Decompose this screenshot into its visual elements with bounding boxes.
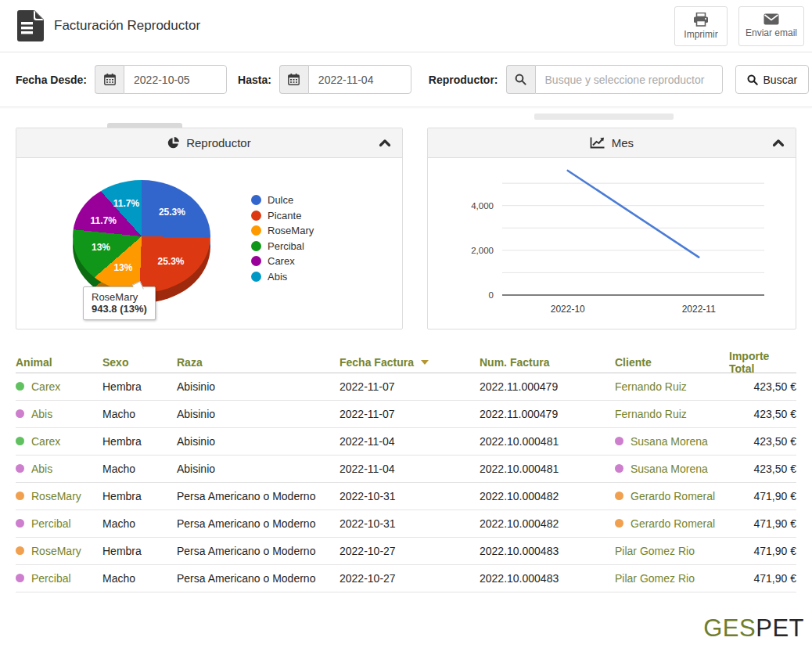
cell-raza: Persa Americano o Moderno	[177, 517, 340, 530]
buscar-button[interactable]: Buscar	[735, 65, 810, 94]
legend-label: Picante	[268, 210, 301, 221]
legend-dot	[251, 211, 261, 221]
cell-sexo: Macho	[102, 572, 177, 585]
line-chart-icon	[590, 137, 605, 149]
legend-dot	[251, 241, 261, 251]
legend-item[interactable]: Dulce	[251, 194, 314, 206]
cell-sexo: Hembra	[102, 545, 177, 557]
cliente-link[interactable]: Pilar Gomez Rio	[615, 545, 695, 557]
animal-link[interactable]: Carex	[16, 435, 60, 448]
table-body: CarexHembraAbisinio2022-11-072022.11.000…	[16, 373, 796, 592]
color-dot	[16, 574, 24, 582]
fecha-desde-label: Fecha Desde:	[16, 74, 87, 86]
table-header-row: AnimalSexoRazaFecha FacturaNum. FacturaC…	[16, 350, 796, 373]
page-title: Facturación Reproductor	[54, 18, 200, 34]
fecha-desde-calendar-button[interactable]	[95, 65, 124, 94]
column-header-animal[interactable]: Animal	[16, 356, 102, 369]
cell-sexo: Macho	[102, 408, 177, 420]
reproductor-label: Reproductor:	[429, 74, 498, 86]
collapse-caret-up-icon[interactable]	[772, 139, 785, 147]
send-email-button-label: Enviar email	[746, 27, 797, 38]
cell-importe-total: 471,90 €	[729, 490, 796, 502]
cliente-link[interactable]: Gerardo Romeral	[615, 490, 715, 502]
mes-panel-title: Mes	[612, 136, 634, 149]
column-header-num-factura[interactable]: Num. Factura	[480, 356, 615, 369]
legend-item[interactable]: Carex	[251, 255, 314, 267]
cliente-link[interactable]: Gerardo Romeral	[615, 517, 715, 530]
invoices-table: AnimalSexoRazaFecha FacturaNum. FacturaC…	[16, 350, 796, 592]
legend-label: Percibal	[268, 240, 304, 252]
column-header-cliente[interactable]: Cliente	[615, 356, 729, 369]
svg-text:2022-11: 2022-11	[682, 304, 716, 315]
cell-importe-total: 423,50 €	[729, 435, 796, 448]
legend-label: RoseMary	[268, 225, 314, 236]
pie-chart-body: 25.3%25.3%13%13%11.7%11.7% DulcePicanteR…	[16, 158, 402, 329]
animal-link[interactable]: RoseMary	[16, 490, 81, 502]
pie-tooltip: RoseMary 943.8 (13%)	[83, 286, 156, 320]
cell-sexo: Macho	[102, 517, 177, 530]
cliente-link[interactable]: Fernando Ruiz	[615, 380, 687, 393]
animal-link[interactable]: RoseMary	[16, 545, 81, 557]
cell-fecha-factura: 2022-11-07	[340, 408, 480, 420]
charts-row: Reproductor 25.3%25.3%13%13%11.7%11.7% D…	[16, 128, 796, 330]
table-row: RoseMaryHembraPersa Americano o Moderno2…	[16, 483, 796, 510]
cliente-link[interactable]: Pilar Gomez Rio	[615, 572, 695, 585]
hasta-label: Hasta:	[238, 74, 271, 86]
legend-dot	[251, 272, 261, 282]
animal-link[interactable]: Abis	[16, 408, 52, 420]
mes-panel-header[interactable]: Mes	[428, 128, 796, 158]
column-header-importe-total[interactable]: Importe Total	[729, 350, 796, 375]
send-email-button[interactable]: Enviar email	[738, 6, 804, 46]
cell-num-factura: 2022.10.000482	[480, 517, 615, 530]
reproductor-panel-title: Reproductor	[186, 136, 251, 149]
column-header-raza[interactable]: Raza	[177, 356, 340, 369]
column-header-sexo[interactable]: Sexo	[102, 356, 177, 369]
cell-num-factura: 2022.10.000481	[480, 463, 615, 475]
reproductor-search-input[interactable]	[535, 65, 723, 94]
animal-link[interactable]: Abis	[16, 463, 52, 475]
reproductor-search-addon	[506, 65, 535, 94]
cliente-link[interactable]: Susana Morena	[615, 435, 708, 448]
legend-dot	[251, 195, 261, 205]
cell-fecha-factura: 2022-10-31	[340, 490, 480, 502]
logo-ges: GES	[703, 614, 756, 643]
legend-item[interactable]: Picante	[251, 210, 314, 221]
color-dot	[615, 492, 623, 500]
print-button[interactable]: Imprimir	[674, 6, 728, 46]
cell-sexo: Hembra	[102, 490, 177, 502]
reproductor-panel: Reproductor 25.3%25.3%13%13%11.7%11.7% D…	[16, 128, 403, 330]
animal-link[interactable]: Carex	[16, 380, 60, 393]
animal-link[interactable]: Percibal	[16, 572, 71, 585]
line-chart[interactable]: 02,0004,0002022-102022-11	[428, 158, 788, 324]
print-button-label: Imprimir	[684, 29, 717, 40]
invoice-document-icon	[14, 10, 44, 41]
animal-link[interactable]: Percibal	[16, 517, 71, 530]
legend-item[interactable]: RoseMary	[251, 225, 314, 236]
cell-importe-total: 423,50 €	[729, 408, 796, 420]
cell-num-factura: 2022.10.000483	[480, 545, 615, 557]
hasta-calendar-button[interactable]	[279, 65, 308, 94]
cliente-link[interactable]: Fernando Ruiz	[615, 408, 687, 420]
pie-chart-surface	[73, 180, 210, 293]
cell-sexo: Hembra	[102, 380, 177, 393]
fecha-desde-input[interactable]	[124, 65, 227, 94]
legend-item[interactable]: Abis	[251, 271, 314, 283]
cell-fecha-factura: 2022-11-07	[340, 380, 480, 393]
cell-raza: Abisinio	[177, 463, 340, 475]
cell-importe-total: 471,90 €	[729, 545, 796, 557]
line-chart-body: 02,0004,0002022-102022-11	[428, 158, 796, 329]
calendar-icon	[288, 74, 300, 85]
legend-item[interactable]: Percibal	[251, 240, 314, 252]
cliente-link[interactable]: Susana Morena	[615, 463, 708, 475]
cell-num-factura: 2022.11.000479	[480, 408, 615, 420]
table-row: RoseMaryHembraPersa Americano o Moderno2…	[16, 538, 796, 565]
reproductor-panel-header[interactable]: Reproductor	[16, 128, 402, 158]
hasta-input[interactable]	[308, 65, 411, 94]
column-header-fecha-factura[interactable]: Fecha Factura	[340, 356, 480, 369]
color-dot	[615, 464, 623, 473]
collapse-caret-up-icon[interactable]	[379, 139, 391, 147]
legend-label: Carex	[268, 255, 295, 267]
svg-text:0: 0	[488, 290, 493, 300]
pie-chart-icon	[167, 137, 179, 149]
cell-importe-total: 423,50 €	[729, 380, 796, 393]
